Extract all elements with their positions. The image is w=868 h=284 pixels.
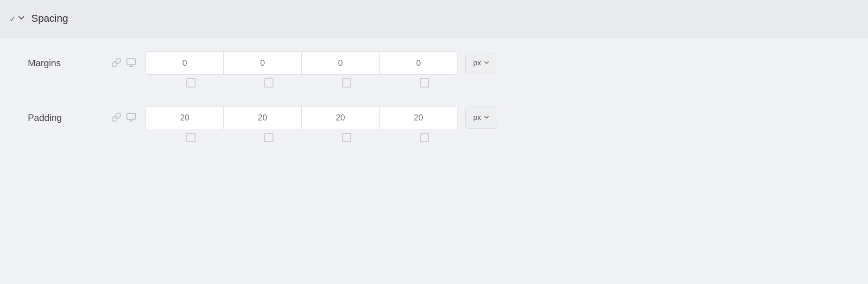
section-header: ✓ Spacing [0,0,868,38]
padding-monitor-icon[interactable] [126,112,136,124]
margins-inputs-group [146,51,458,75]
padding-icon-group [111,112,136,124]
padding-link-icon[interactable] [111,112,121,124]
padding-label: Padding [28,106,111,123]
padding-checkboxes-row [152,133,463,142]
content-area: Margins [0,38,868,284]
padding-unit-text: px [473,114,481,122]
margins-checkbox-cell-1 [152,78,230,88]
padding-checkbox-cell-1 [152,133,230,142]
margins-icon-group [111,57,136,69]
padding-checkbox-cell-2 [230,133,308,142]
margins-monitor-icon[interactable] [126,57,136,69]
margins-checkbox-cell-2 [230,78,308,88]
padding-checkbox-1[interactable] [186,133,196,142]
margins-top-controls: px [111,51,497,75]
padding-checkbox-2[interactable] [264,133,273,142]
section-title: Spacing [31,13,68,25]
padding-input-2[interactable] [224,107,302,129]
padding-checkbox-3[interactable] [342,133,351,142]
margins-checkbox-4[interactable] [420,78,429,88]
margins-input-2[interactable] [224,52,302,74]
margins-unit-text: px [473,59,481,67]
margins-unit-selector[interactable]: px [465,52,497,74]
margins-checkbox-1[interactable] [186,78,196,88]
page-container: ✓ Spacing Margins [0,0,868,284]
padding-input-3[interactable] [302,107,380,129]
padding-inputs-group [146,106,458,129]
margins-checkbox-2[interactable] [264,78,273,88]
padding-top-controls: px [111,106,497,129]
padding-unit-selector[interactable]: px [465,107,497,129]
margins-input-1[interactable] [146,52,224,74]
margins-input-3[interactable] [302,52,380,74]
margins-checkbox-cell-3 [308,78,386,88]
margins-checkbox-3[interactable] [342,78,351,88]
margins-controls: px [111,51,497,88]
margins-input-4[interactable] [380,52,457,74]
padding-input-4[interactable] [380,107,457,129]
margins-label: Margins [28,51,111,69]
margins-link-icon[interactable] [111,57,121,69]
margins-checkboxes-row [152,78,463,88]
padding-checkbox-cell-3 [308,133,386,142]
margins-unit-chevron-icon [484,60,489,67]
padding-input-1[interactable] [146,107,224,129]
padding-controls: px [111,106,497,142]
svg-rect-3 [127,113,135,119]
margins-checkbox-cell-4 [386,78,463,88]
padding-checkbox-cell-4 [386,133,463,142]
margins-row: Margins [28,51,840,88]
padding-row: Padding [28,106,840,142]
padding-checkbox-4[interactable] [420,133,429,142]
svg-rect-0 [127,58,135,64]
padding-unit-chevron-icon [484,114,489,121]
collapse-chevron-icon[interactable]: ✓ [9,13,25,24]
